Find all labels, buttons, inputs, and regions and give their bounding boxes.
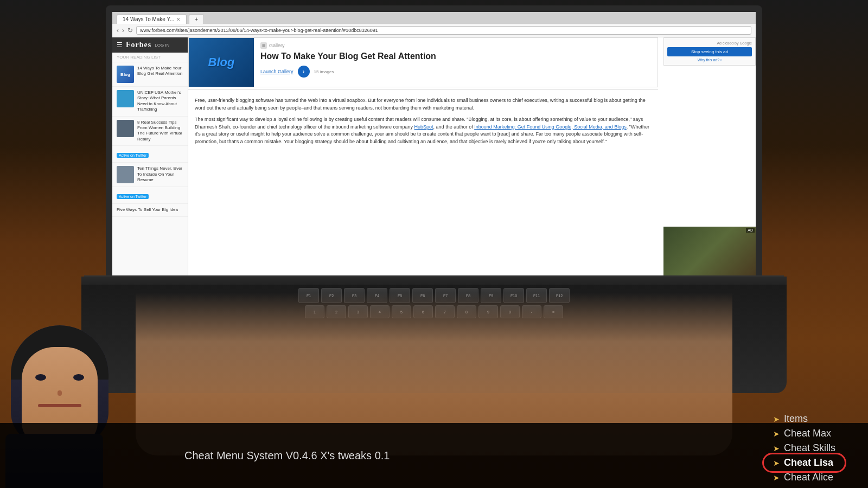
article-text: Free, user-friendly blogging software ha… <box>188 92 658 155</box>
cheat-menu-bar: Cheat Menu System V0.4.6 X's tweaks 0.1 … <box>0 423 868 488</box>
gallery-card: Blog ▦ Gallery How To Make Your Blog Get… <box>188 37 658 87</box>
why-ad-link[interactable]: Why this ad? › <box>667 58 752 62</box>
image-count: 15 images <box>314 69 334 74</box>
browser-tab-new[interactable]: + <box>189 14 204 24</box>
menu-icon[interactable]: ☰ <box>117 41 123 49</box>
article-para-1: Free, user-friendly blogging software ha… <box>195 97 652 112</box>
hubspot-link[interactable]: HubSpot <box>414 124 433 130</box>
cheat-label-items: Items <box>784 413 808 425</box>
cheat-item-max[interactable]: ➤ Cheat Max <box>773 428 835 439</box>
cheat-menu-title: Cheat Menu System V0.4.6 X's tweaks 0.1 <box>0 450 773 462</box>
cheat-label-max: Cheat Max <box>784 428 831 439</box>
cheat-arrow-max: ➤ <box>773 429 780 438</box>
sidebar-thumb-blog: Blog <box>117 66 134 83</box>
sidebar-item-blog[interactable]: Blog 14 Ways To Make Your Blog Get Real … <box>112 62 188 87</box>
stop-ad-button[interactable]: Stop seeing this ad <box>667 47 752 56</box>
gallery-info: ▦ Gallery How To Make Your Blog Get Real… <box>254 38 658 87</box>
reading-list-label: YOUR READING LIST <box>112 53 188 62</box>
tab-label: 14 Ways To Make Y... <box>123 16 174 22</box>
refresh-button[interactable]: ↻ <box>127 27 133 34</box>
cheat-item-lisa[interactable]: ➤ Cheat Lisa <box>773 457 835 468</box>
cheat-arrow-alice: ➤ <box>773 473 780 482</box>
browser-tab-active[interactable]: 14 Ways To Make Y... ✕ <box>117 14 187 24</box>
launch-gallery-link[interactable]: Launch Gallery <box>260 69 293 74</box>
tab-bar: 14 Ways To Make Y... ✕ + <box>112 12 756 24</box>
divider <box>188 89 658 90</box>
main-content: Blog ▦ Gallery How To Make Your Blog Get… <box>188 37 756 275</box>
forbes-sidebar: ☰ Forbes LOG IN YOUR READING LIST Blog 1… <box>112 37 188 275</box>
forbes-header: ☰ Forbes LOG IN <box>112 37 188 53</box>
cheat-item-alice[interactable]: ➤ Cheat Alice <box>773 472 835 483</box>
login-link[interactable]: LOG IN <box>155 43 169 48</box>
sidebar-item-text-blog: 14 Ways To Make Your Blog Get Real Atten… <box>137 66 183 83</box>
article-para-2: The most significant way to develop a lo… <box>195 116 652 145</box>
sidebar-item-twitter1: Active on Twitter <box>112 146 188 163</box>
sidebar-item-unicef[interactable]: UNICEF USA Mother's Story: What Parents … <box>112 87 188 117</box>
sidebar-thumb-vr <box>117 120 134 137</box>
gallery-badge-label: Gallery <box>269 43 285 48</box>
twitter-badge-1: Active on Twitter <box>117 153 149 158</box>
gallery-title: How To Make Your Blog Get Real Attention <box>260 51 651 61</box>
browser-content: ☰ Forbes LOG IN YOUR READING LIST Blog 1… <box>112 37 756 275</box>
sidebar-thumb-unicef <box>117 90 134 107</box>
sidebar-item-text-bigidea: Five Ways To Sell Your Big Idea <box>117 207 178 213</box>
address-bar-row: ‹ › ↻ www.forbes.com/sites/jasondemers/2… <box>112 24 756 37</box>
address-input[interactable]: www.forbes.com/sites/jasondemers/2013/08… <box>136 26 751 35</box>
sidebar-item-resume[interactable]: Ten Things Never, Ever To Include On You… <box>112 163 188 187</box>
bottom-ad-image: AD <box>663 227 756 275</box>
sidebar-item-twitter2: Active on Twitter <box>112 187 188 204</box>
launch-arrow-icon[interactable]: › <box>298 66 310 78</box>
forbes-logo: Forbes <box>126 41 151 49</box>
sidebar-item-text-vr: 8 Real Success Tips From Women Building … <box>137 120 183 143</box>
sidebar-item-vr[interactable]: 8 Real Success Tips From Women Building … <box>112 117 188 146</box>
twitter-badge-2: Active on Twitter <box>117 194 149 199</box>
bottom-ad-label: AD <box>746 228 755 233</box>
back-button[interactable]: ‹ <box>117 27 119 34</box>
browser-window: 14 Ways To Make Y... ✕ + ‹ › ↻ www.forbe… <box>112 12 756 275</box>
cheat-item-items[interactable]: ➤ Items <box>773 413 835 425</box>
tab-close-icon[interactable]: ✕ <box>176 17 181 22</box>
sidebar-item-text-resume: Ten Things Never, Ever To Include On You… <box>137 166 183 183</box>
gallery-badge: ▦ Gallery <box>260 42 651 49</box>
cheat-label-lisa: Cheat Lisa <box>784 457 833 468</box>
gallery-icon: ▦ <box>260 42 267 49</box>
cheat-arrow-items: ➤ <box>773 415 780 423</box>
blog-text: Blog <box>208 55 235 69</box>
laptop-screen: 14 Ways To Make Y... ✕ + ‹ › ↻ www.forbe… <box>106 5 762 282</box>
cheat-arrow-skills: ➤ <box>773 444 780 453</box>
cheat-label-skills: Cheat Skills <box>784 442 835 454</box>
gallery-launch: Launch Gallery › 15 images <box>260 66 651 78</box>
book-link[interactable]: Inbound Marketing: Get Found Using Googl… <box>474 124 627 130</box>
cheat-label-alice: Cheat Alice <box>784 472 833 483</box>
sidebar-item-text-unicef: UNICEF USA Mother's Story: What Parents … <box>137 90 183 113</box>
cheat-items-list: ➤ Items ➤ Cheat Max ➤ Cheat Skills ➤ Che… <box>773 413 868 488</box>
ad-banner: Ad closed by Google Stop seeing this ad … <box>663 37 756 66</box>
cheat-arrow-lisa: ➤ <box>773 459 780 467</box>
new-tab-icon: + <box>195 16 198 22</box>
ad-label: Ad closed by Google <box>667 41 752 45</box>
gallery-image: Blog <box>189 38 254 87</box>
sidebar-thumb-resume <box>117 166 134 183</box>
sidebar-item-bigidea[interactable]: Five Ways To Sell Your Big Idea <box>112 204 188 216</box>
cheat-item-skills[interactable]: ➤ Cheat Skills <box>773 442 835 454</box>
forward-button[interactable]: › <box>122 27 124 34</box>
